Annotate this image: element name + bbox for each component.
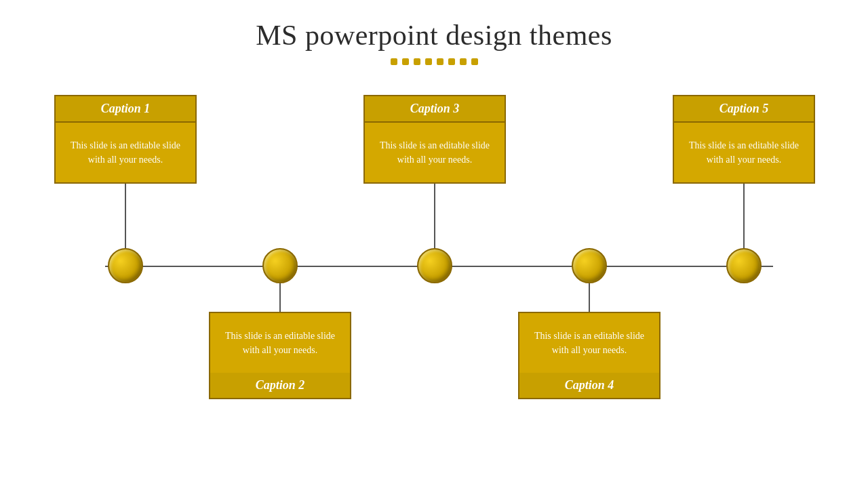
vline-caption-5 [743,178,745,248]
caption-4-box: This slide is an editable slide with all… [518,312,660,399]
node-5 [726,248,762,283]
vline-caption-3 [434,178,435,248]
decorative-dots [0,58,868,65]
caption-3-label: Caption 3 [363,95,506,123]
dot-5 [437,58,443,65]
caption-2-box: This slide is an editable slide with all… [209,312,351,399]
page-title: MS powerpoint design themes [0,0,868,52]
vline-caption-1 [125,178,126,248]
caption-2-text: This slide is an editable slide with all… [209,312,351,373]
caption-1-label: Caption 1 [54,95,197,123]
caption-2-label: Caption 2 [209,373,351,399]
dot-3 [414,58,420,65]
node-4 [572,248,607,283]
node-1 [108,248,143,283]
caption-5-text: This slide is an editable slide with all… [673,123,815,184]
dot-7 [460,58,467,65]
dot-6 [448,58,455,65]
caption-4-text: This slide is an editable slide with all… [518,312,660,373]
caption-3-box: Caption 3 This slide is an editable slid… [363,95,506,184]
timeline-area: Caption 1 This slide is an editable slid… [0,75,868,488]
vline-caption-4 [589,283,590,313]
node-2 [262,248,298,283]
caption-4-label: Caption 4 [518,373,660,399]
caption-1-text: This slide is an editable slide with all… [54,123,197,184]
dot-1 [391,58,397,65]
caption-5-box: Caption 5 This slide is an editable slid… [673,95,815,184]
caption-3-text: This slide is an editable slide with all… [363,123,506,184]
node-3 [417,248,452,283]
vline-caption-2 [279,283,281,313]
dot-4 [425,58,432,65]
caption-5-label: Caption 5 [673,95,815,123]
dot-8 [471,58,478,65]
dot-2 [402,58,409,65]
caption-1-box: Caption 1 This slide is an editable slid… [54,95,197,184]
